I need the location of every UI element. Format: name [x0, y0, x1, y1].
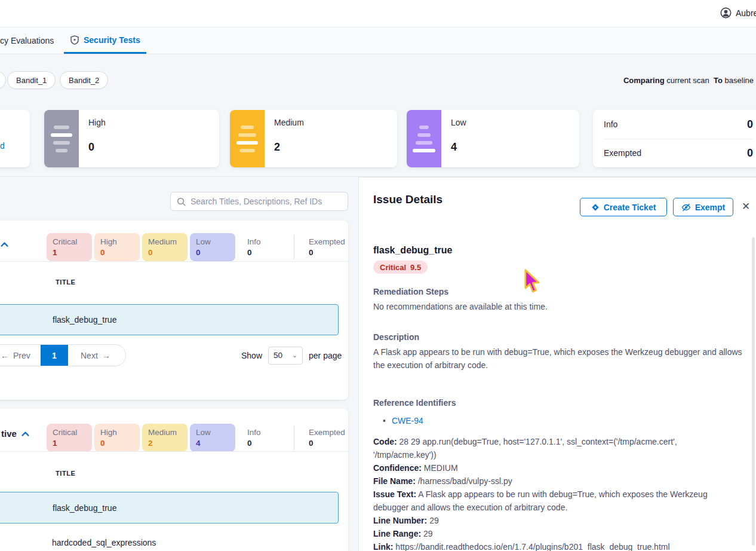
comparing-label: Comparing [623, 76, 665, 85]
description-heading: Description [373, 332, 419, 342]
severity-chip-low[interactable]: Low 4 [190, 424, 235, 452]
page-size-control: Show 50 ⌄ per page [241, 344, 342, 366]
pill-label: Bandit_1 [16, 76, 47, 85]
vertical-scrollbar[interactable] [752, 237, 755, 546]
chip-label: Low [196, 427, 233, 437]
cwe-link[interactable]: CWE-94 [392, 416, 423, 426]
chip-label: Info [247, 427, 282, 437]
issue-row-flask-debug-true[interactable]: flask_debug_true [0, 304, 339, 335]
issue-group-card: tive Critical 1 High 0 Medium 2 Low 4 In… [0, 409, 348, 551]
active-tab-underline [64, 52, 146, 54]
eye-slash-icon [681, 203, 691, 212]
severity-chip-high[interactable]: High 0 [94, 424, 140, 452]
summary-card-low[interactable]: Low 4 [407, 110, 579, 167]
collapse-group-icon[interactable] [21, 431, 29, 436]
create-ticket-button[interactable]: Create Ticket [580, 198, 667, 216]
issue-title: flask_debug_true [373, 245, 452, 256]
severity-chip-high[interactable]: High 0 [94, 233, 140, 261]
chip-label: Low [196, 237, 233, 247]
card-count: 0 [88, 141, 94, 154]
field-line-range: Line Range: 29 [373, 527, 741, 540]
page-size-value: 50 [273, 351, 282, 360]
severity-chip-exempted[interactable]: Exempted 0 [303, 424, 351, 452]
tab-bar: cy Evaluations Security Tests [0, 27, 756, 54]
remediation-text: No recommendations are available at this… [373, 300, 743, 313]
chip-label: Medium [148, 237, 185, 247]
divider [0, 261, 348, 262]
tab-security-tests[interactable]: Security Tests [70, 35, 140, 45]
summary-card-medium[interactable]: Medium 2 [230, 110, 397, 167]
badge-score: 9.5 [410, 263, 421, 272]
chip-count: 1 [53, 248, 90, 257]
comparing-current: current scan [666, 76, 709, 85]
arrow-left-icon: ← [1, 351, 9, 360]
collapse-group-icon[interactable] [1, 242, 8, 247]
field-issue-text: Issue Text: A Flask app appears to be ru… [373, 488, 741, 514]
chip-count: 2 [148, 439, 185, 448]
severity-chip-critical[interactable]: Critical 1 [47, 424, 92, 452]
info-row: Info 0 [604, 110, 753, 139]
exempt-button[interactable]: Exempt [673, 198, 733, 216]
next-page-button[interactable]: Next → [68, 351, 110, 360]
target-pill-bandit-1[interactable]: Bandit_1 [7, 71, 56, 89]
issue-row-flask-debug-true[interactable]: flask_debug_true [0, 492, 339, 524]
issue-field-list: Code: 28 29 app.run(debug=True, host='12… [373, 435, 741, 551]
summary-card-high[interactable]: High 0 [44, 110, 219, 167]
title-column-header: TITLE [56, 470, 76, 477]
severity-chip-exempted[interactable]: Exempted 0 [303, 233, 351, 261]
chip-label: Exempted [309, 427, 348, 437]
tab-policy-evaluations[interactable]: cy Evaluations [0, 36, 54, 45]
field-file-name: File Name: /harness/bad/vulpy-ssl.py [373, 475, 741, 488]
severity-chip-medium[interactable]: Medium 0 [142, 233, 188, 261]
issue-row-hardcoded-sql-expressions[interactable]: hardcoded_sql_expressions [0, 526, 339, 551]
severity-chip-medium[interactable]: Medium 2 [142, 424, 188, 452]
page-size-select[interactable]: 50 ⌄ [268, 347, 303, 365]
severity-chip-row: Critical 1 High 0 Medium 2 Low 4 Info 0 … [47, 424, 351, 452]
card-label: Low [451, 118, 466, 127]
issue-group-card: Critical 1 High 0 Medium 0 Low 0 Info 0 … [0, 221, 348, 400]
target-pill-bandit-2[interactable]: Bandit_2 [60, 71, 108, 89]
reference-identifiers-heading: Reference Identifiers [373, 398, 456, 408]
card-count: 2 [274, 141, 280, 154]
shield-icon [70, 35, 79, 45]
field-link: Link: https://bandit.readthedocs.io/en/1… [373, 540, 741, 551]
close-icon[interactable]: ✕ [742, 200, 750, 213]
badge-severity: Critical [380, 263, 406, 272]
prev-label: Prev [13, 351, 30, 360]
divider [0, 451, 348, 452]
button-label: Exempt [695, 203, 726, 212]
user-menu[interactable]: Aubre [720, 7, 756, 19]
chip-count: 0 [247, 439, 282, 448]
issue-title: flask_debug_true [53, 503, 116, 513]
description-text: A Flask app appears to be run with debug… [373, 345, 743, 372]
ticket-diamond-icon [591, 203, 600, 212]
chip-count: 0 [100, 248, 137, 257]
severity-chip-info[interactable]: Info 0 [241, 424, 284, 452]
search-input[interactable] [190, 197, 342, 206]
field-confidence: Confidence: MEDIUM [373, 461, 741, 475]
comparing-to-label: To [714, 76, 723, 85]
severity-chip-info[interactable]: Info 0 [241, 233, 284, 261]
page-1-button[interactable]: 1 [41, 344, 68, 366]
prev-page-button[interactable]: ← Prev [0, 351, 41, 360]
severity-chip-low[interactable]: Low 0 [190, 233, 235, 261]
row-count: 0 [747, 118, 753, 131]
summary-card-fragment[interactable]: d [0, 110, 30, 167]
issue-details-panel: Issue Details Create Ticket Exempt ✕ fla… [358, 177, 756, 551]
chip-divider [294, 426, 294, 450]
per-page-label: per page [309, 351, 342, 360]
pill-label: Bandit_2 [69, 76, 99, 85]
target-pill-fragment[interactable] [0, 71, 6, 89]
show-label: Show [241, 351, 262, 360]
title-column-header: TITLE [56, 278, 76, 286]
next-label: Next [81, 351, 98, 360]
reference-list-item: • CWE-94 [383, 416, 423, 426]
row-label: Info [604, 120, 617, 129]
card-count: 4 [451, 141, 457, 154]
group-label[interactable]: tive [1, 428, 29, 439]
button-label: Create Ticket [604, 203, 656, 212]
severity-chip-critical[interactable]: Critical 1 [47, 233, 92, 261]
severity-gauge-icon [44, 110, 79, 167]
fragment-link[interactable]: d [0, 141, 5, 151]
summary-card-info-exempted[interactable]: Info 0 Exempted 0 [593, 110, 756, 167]
